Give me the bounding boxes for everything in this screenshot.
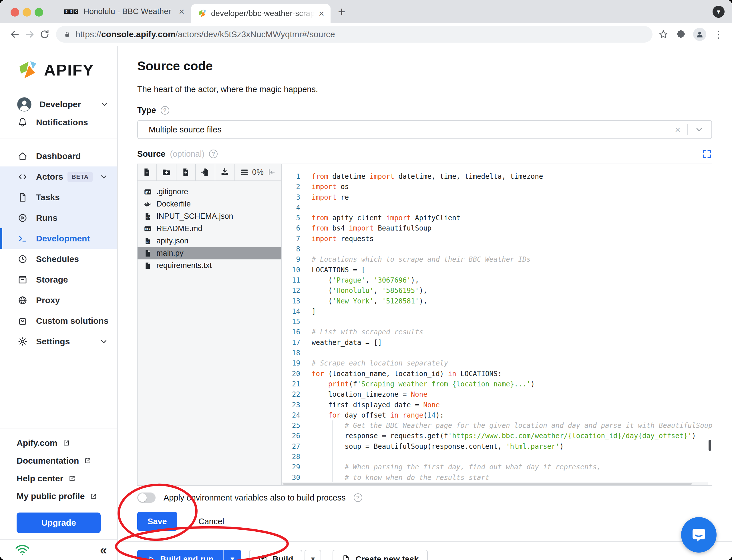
file-item-main-py[interactable]: main.py	[138, 247, 281, 259]
traffic-light-minimize-icon[interactable]	[23, 8, 31, 17]
sidebar-item-settings[interactable]: Settings	[0, 331, 117, 352]
sidebar-item-actors[interactable]: ActorsBETA	[0, 166, 117, 187]
file-panel: 0% git.gitignoreDockerfile</>INPUT_SCHEM…	[138, 164, 282, 485]
sidebar-item-tasks[interactable]: Tasks	[0, 187, 117, 208]
sidebar-item-schedules[interactable]: Schedules	[0, 249, 117, 269]
sidebar-item-label: Notifications	[36, 118, 109, 127]
help-icon[interactable]: ?	[354, 493, 362, 502]
build-button[interactable]: Build	[249, 550, 303, 560]
code-line: 30 # to know when do the results start	[282, 472, 708, 483]
line-number: 26	[282, 431, 300, 441]
code-text: # When parsing the first day, find out w…	[312, 462, 601, 472]
code-text: # Scrape each location separately	[312, 358, 448, 368]
reload-button[interactable]	[37, 27, 52, 42]
extensions-puzzle-icon[interactable]	[676, 29, 686, 39]
file-item-requirements-txt[interactable]: requirements.txt	[138, 259, 281, 272]
gear-icon	[18, 337, 27, 346]
traffic-light-zoom-icon[interactable]	[35, 8, 43, 17]
code-line: 7import requests	[282, 234, 708, 244]
sidebar-item-dashboard[interactable]: Dashboard	[0, 146, 117, 166]
sidebar-link-my-public-profile[interactable]: My public profile	[17, 487, 117, 505]
new-file-button[interactable]	[138, 164, 157, 180]
file-item-apify-json[interactable]: </>apify.json	[138, 235, 281, 247]
scrollbar-thumb[interactable]	[283, 483, 692, 485]
chat-widget-button[interactable]	[681, 517, 717, 553]
source-code-editor: 0% git.gitignoreDockerfile</>INPUT_SCHEM…	[137, 164, 712, 486]
sidebar-item-runs[interactable]: Runs	[0, 208, 117, 228]
code-text: import requests	[312, 234, 374, 244]
close-icon[interactable]: ×	[179, 7, 185, 16]
line-number: 1	[282, 171, 300, 182]
browser-menu-icon[interactable]: ⋮	[714, 29, 723, 40]
account-switcher[interactable]: Developer	[0, 80, 117, 112]
code-text: # Get the BBC Weather page for the given…	[312, 420, 712, 431]
address-bar[interactable]: https://console.apify.com/actors/dev/k5t…	[56, 26, 652, 43]
sidebar-item-development[interactable]: Development	[0, 228, 117, 249]
outline-list-icon[interactable]	[240, 168, 249, 176]
svg-text:git: git	[145, 190, 150, 194]
code-line: 10LOCATIONS = [	[282, 265, 708, 275]
sidebar-link-apify-com[interactable]: Apify.com	[17, 434, 117, 452]
horizontal-scrollbar[interactable]	[282, 482, 708, 485]
build-and-run-button[interactable]: Build and run	[137, 550, 223, 560]
help-icon[interactable]: ?	[209, 150, 218, 158]
close-icon[interactable]: ×	[319, 9, 324, 18]
browser-profile-avatar[interactable]	[693, 28, 706, 41]
env-toggle-label: Apply environment variables also to buil…	[164, 493, 346, 503]
code-text: weather_data = []	[312, 337, 382, 348]
file-item-dockerfile[interactable]: Dockerfile	[138, 198, 281, 210]
vertical-scrollbar[interactable]	[708, 164, 712, 481]
chevron-down-icon[interactable]	[688, 125, 704, 134]
build-dropdown-button[interactable]: ▼	[305, 550, 321, 560]
apify-logo[interactable]: APIFY	[0, 46, 117, 80]
code-text: from datetime import datetime, time, tim…	[312, 171, 543, 182]
tab-apify-console[interactable]: developer/bbc-weather-scrape ×	[191, 4, 331, 23]
fullscreen-icon[interactable]	[702, 149, 712, 159]
collapse-sidebar-icon[interactable]: «	[100, 546, 107, 554]
sidebar-item-custom-solutions[interactable]: Custom solutions	[0, 311, 117, 331]
beta-badge: BETA	[68, 172, 93, 182]
file-item--gitignore[interactable]: git.gitignore	[138, 186, 281, 198]
chevron-down-icon	[100, 100, 109, 109]
env-variables-toggle[interactable]	[137, 493, 156, 503]
sidebar-item-storage[interactable]: Storage	[0, 269, 117, 290]
traffic-light-close-icon[interactable]	[11, 8, 19, 17]
storage-icon	[18, 275, 27, 285]
download-indicator-icon[interactable]: ▼	[713, 6, 725, 18]
browser-toolbar: https://console.apify.com/actors/dev/k5t…	[0, 23, 732, 46]
file-name: README.md	[156, 224, 203, 233]
cancel-button[interactable]: Cancel	[199, 517, 224, 526]
bookmark-star-icon[interactable]	[658, 29, 668, 39]
code-pane[interactable]: 1from datetime import datetime, time, ti…	[282, 164, 712, 485]
forward-button[interactable]	[22, 27, 37, 42]
globe-icon	[18, 295, 27, 305]
go-to-start-icon[interactable]	[267, 168, 276, 177]
help-icon[interactable]: ?	[161, 106, 169, 115]
clear-icon[interactable]: ×	[668, 124, 687, 135]
sidebar-item-proxy[interactable]: Proxy	[0, 290, 117, 311]
scrollbar-thumb[interactable]	[709, 440, 711, 451]
import-file-button[interactable]	[196, 164, 215, 180]
line-number: 30	[282, 472, 300, 483]
new-folder-button[interactable]	[157, 164, 177, 180]
upload-file-button[interactable]	[177, 164, 196, 180]
tab-bbc-weather[interactable]: BBC Honolulu - BBC Weather ×	[59, 0, 190, 23]
build-and-run-dropdown-button[interactable]: ▼	[223, 550, 241, 560]
sidebar-link-documentation[interactable]: Documentation	[17, 452, 117, 470]
source-label: Source	[137, 149, 165, 159]
new-tab-button[interactable]: +	[338, 5, 346, 19]
file-item-readme-md[interactable]: M↓README.md	[138, 223, 281, 235]
git-file-icon: git	[144, 188, 152, 196]
upgrade-button[interactable]: Upgrade	[17, 513, 101, 533]
create-new-task-button[interactable]: Create new task	[333, 550, 428, 560]
download-all-button[interactable]	[215, 164, 235, 180]
back-button[interactable]	[7, 27, 22, 42]
code-line: 16# List with scraped results	[282, 327, 708, 337]
save-button[interactable]: Save	[137, 512, 177, 531]
code-file-icon: </>	[144, 213, 152, 221]
sidebar-item-notifications[interactable]: Notifications	[0, 112, 117, 133]
type-select[interactable]: Multiple source files ×	[137, 120, 712, 139]
file-item-input-schema-json[interactable]: </>INPUT_SCHEMA.json	[138, 210, 281, 223]
sidebar-link-help-center[interactable]: Help center	[17, 470, 117, 487]
sidebar-item-label: Settings	[36, 337, 99, 346]
